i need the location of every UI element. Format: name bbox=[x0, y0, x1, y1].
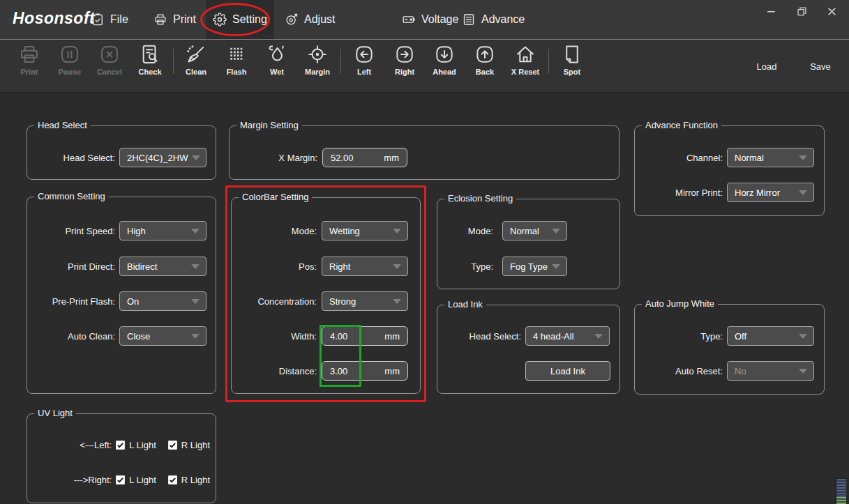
margin-setting-panel: Margin Setting X Margin: 52.00 mm bbox=[229, 125, 619, 180]
panel-title: Eclosion Setting bbox=[444, 193, 516, 204]
channel-dropdown[interactable]: Normal bbox=[727, 148, 814, 167]
app-logo: Hosonsoft bbox=[13, 9, 95, 28]
toolbar-cancel-button: Cancel bbox=[89, 43, 130, 76]
toolbar-right-button[interactable]: Right bbox=[384, 43, 426, 76]
corner-widget[interactable] bbox=[835, 478, 846, 504]
colorbar-concentration-dropdown[interactable]: Strong bbox=[322, 291, 408, 311]
colorbar-pos-label: Pos: bbox=[232, 261, 317, 272]
chevron-down-icon bbox=[552, 229, 560, 234]
colorbar-distance-label: Distance: bbox=[232, 366, 317, 376]
mirror-print-dropdown[interactable]: Horz Mirror bbox=[727, 183, 814, 202]
ajw-type-dropdown[interactable]: Off bbox=[727, 326, 814, 346]
chevron-down-icon bbox=[191, 334, 200, 339]
toolbar-back-button[interactable]: Back bbox=[464, 43, 506, 76]
channel-label: Channel: bbox=[635, 153, 723, 163]
x-margin-input[interactable]: 52.00 mm bbox=[322, 148, 407, 167]
battery-icon bbox=[402, 13, 416, 26]
menu-item-adjust[interactable]: Adjust bbox=[278, 0, 342, 39]
minimize-button[interactable] bbox=[762, 3, 780, 19]
unit-label: mm bbox=[384, 366, 400, 376]
panel-title: Common Setting bbox=[34, 191, 109, 201]
restore-button[interactable] bbox=[792, 3, 811, 19]
toolbar-left-button[interactable]: Left bbox=[343, 43, 385, 76]
eclosion-mode-dropdown[interactable]: Normal bbox=[502, 221, 567, 240]
close-button[interactable] bbox=[822, 3, 841, 19]
menu-item-setting[interactable]: Setting bbox=[206, 0, 274, 39]
panel-title: Load Ink bbox=[444, 299, 486, 310]
print-speed-dropdown[interactable]: High bbox=[119, 221, 206, 240]
uv-right-r-checkbox[interactable] bbox=[168, 475, 177, 484]
advance-function-panel: Advance Function Channel: Normal Mirror … bbox=[634, 125, 825, 216]
l-light-label: L Light bbox=[129, 440, 156, 450]
corner-widget-stripes bbox=[836, 479, 846, 497]
menu-item-advance[interactable]: Advance bbox=[455, 0, 532, 39]
arrow-right-icon bbox=[393, 43, 416, 66]
pause-icon bbox=[59, 43, 81, 66]
load-button[interactable]: Load bbox=[748, 61, 786, 72]
arrow-left-icon bbox=[353, 43, 375, 66]
chevron-down-icon bbox=[393, 229, 401, 234]
chevron-down-icon bbox=[192, 155, 200, 160]
panel-title: Head Select bbox=[34, 120, 91, 130]
chevron-down-icon bbox=[594, 334, 603, 339]
uv-light-panel: UV Light <---Left: L Light R Light --->R… bbox=[27, 413, 216, 503]
toolbar-ahead-button[interactable]: Ahead bbox=[423, 43, 465, 76]
load-ink-button[interactable]: Load Ink bbox=[525, 361, 610, 381]
colorbar-setting-panel: ColorBar Setting Mode: Wetting Pos: Righ… bbox=[231, 197, 421, 394]
printer-icon bbox=[153, 13, 167, 26]
chevron-down-icon bbox=[191, 264, 200, 269]
arrow-down-icon bbox=[433, 43, 456, 66]
toolbar-check-button[interactable]: Check bbox=[129, 43, 171, 76]
uv-right-l-checkbox[interactable] bbox=[116, 475, 125, 484]
toolbar-clean-button[interactable]: Clean bbox=[175, 43, 217, 76]
load-ink-head-select-dropdown[interactable]: 4 head-All bbox=[525, 326, 610, 346]
toolbar-separator bbox=[173, 49, 174, 74]
uv-left-r-checkbox[interactable] bbox=[168, 441, 177, 450]
unit-label: mm bbox=[384, 331, 400, 342]
unit-label: mm bbox=[384, 153, 399, 163]
toolbar-wet-button[interactable]: Wet bbox=[256, 43, 298, 76]
menu-bar: Hosonsoft File Print Setting bbox=[0, 0, 849, 40]
chevron-down-icon bbox=[799, 190, 807, 195]
toolbar-x-reset-button[interactable]: X Reset bbox=[504, 43, 546, 76]
r-light-label: R Light bbox=[181, 440, 210, 450]
menu-item-label: Advance bbox=[481, 13, 525, 26]
eclosion-type-dropdown[interactable]: Fog Type bbox=[502, 257, 567, 276]
chevron-down-icon bbox=[799, 369, 807, 374]
chevron-down-icon bbox=[393, 264, 401, 269]
home-icon bbox=[514, 43, 536, 66]
ajw-type-label: Type: bbox=[635, 331, 723, 342]
menu-item-label: Voltage bbox=[421, 13, 458, 26]
print-speed-label: Print Speed: bbox=[27, 226, 115, 236]
toolbar-print-button: Print bbox=[8, 43, 50, 76]
common-setting-panel: Common Setting Print Speed: High Print D… bbox=[27, 197, 216, 394]
toolbar-margin-button[interactable]: Margin bbox=[296, 43, 338, 76]
ajw-auto-reset-dropdown[interactable]: No bbox=[727, 361, 814, 381]
uv-left-label: <---Left: bbox=[27, 440, 112, 450]
toolbar-spot-button[interactable]: Spot bbox=[551, 43, 593, 76]
menu-item-label: Setting bbox=[232, 13, 267, 26]
uv-left-l-checkbox[interactable] bbox=[116, 441, 125, 450]
l-light-label: L Light bbox=[129, 475, 156, 485]
toolbar-flash-button[interactable]: Flash bbox=[216, 43, 257, 76]
toolbar-pause-button: Pause bbox=[49, 43, 91, 76]
save-button[interactable]: Save bbox=[802, 61, 839, 72]
corner-widget-green-stripes bbox=[836, 497, 846, 504]
gear-icon bbox=[213, 13, 227, 26]
auto-clean-dropdown[interactable]: Close bbox=[119, 326, 206, 346]
colorbar-distance-input[interactable]: 3.00 mm bbox=[322, 361, 408, 381]
panel-title: ColorBar Setting bbox=[239, 192, 312, 202]
menu-item-print[interactable]: Print bbox=[146, 0, 203, 39]
print-direct-dropdown[interactable]: Bidirect bbox=[119, 257, 206, 276]
broom-icon bbox=[185, 43, 207, 66]
menu-item-file[interactable]: File bbox=[84, 0, 135, 39]
colorbar-mode-dropdown[interactable]: Wetting bbox=[322, 221, 408, 240]
colorbar-pos-dropdown[interactable]: Right bbox=[322, 257, 408, 276]
print-direct-label: Print Direct: bbox=[27, 261, 115, 272]
water-drop-icon bbox=[266, 43, 288, 66]
head-select-dropdown[interactable]: 2HC(4C)_2HW bbox=[119, 148, 206, 167]
adjust-target-icon bbox=[285, 13, 299, 26]
pre-print-flash-dropdown[interactable]: On bbox=[119, 291, 206, 311]
printer-icon bbox=[18, 43, 40, 66]
colorbar-width-input[interactable]: 4.00 mm bbox=[322, 326, 408, 346]
